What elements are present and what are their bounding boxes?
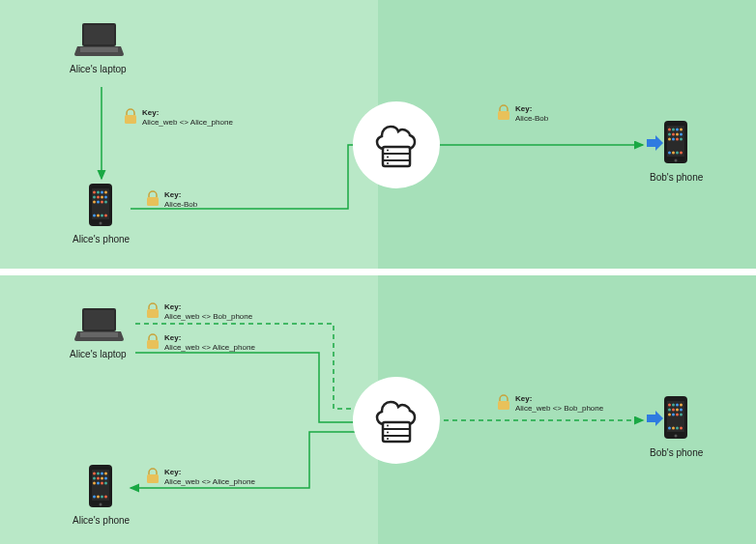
svg-point-17 <box>93 196 96 199</box>
lock-icon <box>145 333 160 351</box>
phone-icon <box>662 119 691 167</box>
svg-point-33 <box>672 129 675 131</box>
svg-point-90 <box>680 409 683 412</box>
svg-rect-102 <box>147 474 159 483</box>
laptop-icon <box>73 306 126 345</box>
laptop-icon <box>73 21 126 60</box>
bob-phone-label-bot: Bob's phone <box>650 447 703 458</box>
svg-point-38 <box>676 133 679 136</box>
svg-point-65 <box>97 472 100 475</box>
svg-point-21 <box>93 201 96 204</box>
svg-point-32 <box>668 129 671 131</box>
svg-point-27 <box>101 215 103 217</box>
key-label-1-top: Key: Alice_web <> Alice_phone <box>142 108 233 127</box>
svg-point-22 <box>97 201 100 204</box>
lock-icon <box>145 302 160 320</box>
svg-point-7 <box>387 162 389 164</box>
svg-point-80 <box>100 503 102 506</box>
blue-arrow-icon <box>646 411 665 426</box>
server-circle-bottom <box>353 377 440 464</box>
svg-point-23 <box>101 201 103 204</box>
key-label-4-bot: Key: Alice_web <> Bob_phone <box>515 394 603 413</box>
phone-icon <box>87 463 116 511</box>
svg-rect-49 <box>125 115 136 124</box>
svg-point-71 <box>104 477 107 480</box>
alice-laptop-label-top: Alice's laptop <box>70 64 127 74</box>
svg-point-16 <box>104 191 107 194</box>
svg-point-70 <box>101 477 103 480</box>
svg-point-84 <box>672 404 675 407</box>
svg-point-20 <box>104 196 107 199</box>
svg-point-13 <box>93 191 96 194</box>
svg-point-95 <box>668 427 671 430</box>
server-circle-top <box>353 101 440 188</box>
alice-phone-label-bot: Alice's phone <box>73 515 130 526</box>
lock-icon <box>496 104 511 122</box>
svg-point-92 <box>672 414 675 416</box>
svg-point-39 <box>680 133 683 136</box>
svg-rect-10 <box>80 47 118 52</box>
svg-point-37 <box>672 133 675 136</box>
svg-point-58 <box>387 438 389 440</box>
svg-rect-100 <box>147 309 159 318</box>
svg-point-86 <box>680 404 683 407</box>
svg-point-6 <box>387 157 389 158</box>
alice-laptop-label-bot: Alice's laptop <box>70 349 127 359</box>
svg-point-19 <box>101 196 103 199</box>
svg-point-48 <box>675 159 678 162</box>
svg-point-77 <box>97 496 100 499</box>
diagram-canvas: Alice's laptop Alice's phone Bob's phone <box>0 0 756 544</box>
bob-phone-label-top: Bob's phone <box>650 172 703 183</box>
svg-point-14 <box>97 191 100 194</box>
svg-point-43 <box>680 138 683 141</box>
bottom-panel: Alice's laptop Alice's phone Bob's phone <box>0 275 756 544</box>
svg-point-76 <box>93 496 96 499</box>
server-cloud-icon <box>369 118 423 172</box>
lock-icon <box>145 190 160 208</box>
key-label-2-top: Key: Alice-Bob <box>164 190 197 209</box>
svg-point-18 <box>97 196 100 199</box>
svg-point-46 <box>676 152 679 155</box>
svg-point-28 <box>104 215 107 217</box>
svg-point-87 <box>668 409 671 412</box>
svg-point-75 <box>104 482 107 485</box>
svg-point-85 <box>676 404 679 407</box>
svg-point-47 <box>680 152 683 155</box>
phone-icon <box>662 394 691 443</box>
svg-point-88 <box>672 409 675 412</box>
svg-point-64 <box>93 472 96 475</box>
blue-arrow-icon <box>646 135 665 151</box>
svg-point-40 <box>668 138 671 141</box>
svg-point-41 <box>672 138 675 141</box>
svg-point-36 <box>668 133 671 136</box>
svg-point-34 <box>676 129 679 131</box>
svg-point-25 <box>93 215 96 217</box>
svg-point-94 <box>680 414 683 416</box>
svg-point-73 <box>97 482 100 485</box>
svg-rect-103 <box>498 401 509 410</box>
svg-point-66 <box>101 472 103 475</box>
svg-point-96 <box>672 427 675 430</box>
svg-point-44 <box>668 152 671 155</box>
alice-phone-label-top: Alice's phone <box>73 234 130 244</box>
svg-point-69 <box>97 477 100 480</box>
svg-rect-51 <box>498 111 509 120</box>
svg-point-29 <box>100 222 102 225</box>
svg-point-56 <box>387 425 389 427</box>
key-label-2-bot: Key: Alice_web <> Alice_phone <box>164 333 255 352</box>
svg-point-89 <box>676 409 679 412</box>
svg-point-24 <box>104 201 107 204</box>
svg-rect-50 <box>147 197 159 206</box>
svg-point-5 <box>387 150 389 152</box>
svg-point-57 <box>387 432 389 434</box>
key-label-3-top: Key: Alice-Bob <box>515 104 548 123</box>
svg-point-79 <box>104 496 107 499</box>
svg-point-83 <box>668 404 671 407</box>
svg-point-42 <box>676 138 679 141</box>
server-cloud-icon <box>369 393 423 447</box>
key-label-1-bot: Key: Alice_web <> Bob_phone <box>164 302 252 321</box>
lock-icon <box>123 108 138 126</box>
svg-point-98 <box>680 427 683 430</box>
svg-point-93 <box>676 414 679 416</box>
svg-point-26 <box>97 215 100 217</box>
